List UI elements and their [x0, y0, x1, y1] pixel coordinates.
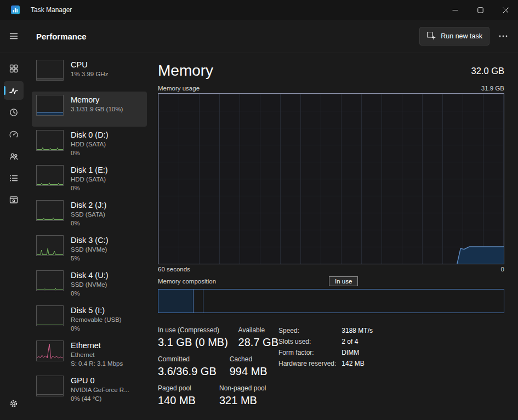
- detail-label: Hardware reserved:: [278, 360, 340, 367]
- resource-sidebar: CPU 1% 3.99 GHz Memory 3.1/31.9 GB (10%): [27, 53, 147, 420]
- disk-3-thumbnail: [36, 235, 64, 256]
- hardware-details: Speed: 3188 MT/s Slots used: 2 of 4 Form…: [278, 326, 373, 413]
- stat-label: Available: [238, 326, 278, 334]
- x-axis-right-label: 0: [501, 266, 504, 273]
- disk-0-mini-graph: [37, 147, 63, 150]
- sidebar-item-title: Disk 0 (D:): [71, 130, 108, 140]
- sidebar-item-memory[interactable]: Memory 3.1/31.9 GB (10%): [32, 92, 147, 127]
- sidebar-item-title: Ethernet: [71, 340, 123, 350]
- sidebar-item-gpu-0[interactable]: GPU 0 NVIDIA GeForce R... 0% (44 °C): [32, 372, 147, 407]
- sidebar-item-sub: SSD (NVMe): [71, 245, 108, 254]
- detail-row-form-factor: Form factor: DIMM: [278, 349, 373, 356]
- detail-row-speed: Speed: 3188 MT/s: [278, 327, 373, 334]
- sidebar-item-title: Disk 5 (I:): [71, 305, 122, 315]
- disk-0-thumbnail: [36, 130, 64, 151]
- memory-detail-panel: Memory 32.0 GB Memory usage 31.9 GB 60 s…: [147, 53, 518, 420]
- sidebar-item-sub: HDD (SATA): [71, 175, 108, 184]
- task-manager-window: Task Manager Performance: [0, 0, 518, 420]
- sidebar-item-disk-0[interactable]: Disk 0 (D:) HDD (SATA) 0%: [32, 127, 147, 162]
- more-options-button[interactable]: [494, 28, 513, 44]
- usage-max-label: 31.9 GB: [481, 85, 504, 92]
- sidebar-item-disk-3[interactable]: Disk 3 (C:) SSD (NVMe) 5%: [32, 232, 147, 267]
- rail-item-users[interactable]: [4, 147, 24, 166]
- stat-value: 994 MB: [230, 365, 267, 378]
- rail-item-processes[interactable]: [4, 59, 24, 78]
- sidebar-item-sub: 3.1/31.9 GB (10%): [71, 105, 123, 113]
- sidebar-item-sub2: S: 0.4 R: 3.1 Mbps: [71, 359, 123, 368]
- services-icon: [9, 195, 19, 205]
- stat-label: Non-paged pool: [219, 384, 266, 392]
- selected-indicator: [4, 86, 5, 95]
- sidebar-item-title: GPU 0: [71, 376, 129, 385]
- stat-label: In use (Compressed): [158, 326, 225, 334]
- detail-label: Slots used:: [278, 338, 340, 345]
- composition-modified-segment[interactable]: [193, 290, 203, 313]
- sidebar-item-sub2: 0%: [71, 324, 122, 333]
- sidebar-item-title: Memory: [71, 95, 123, 105]
- usage-label: Memory usage: [158, 85, 200, 92]
- settings-gear-icon: [9, 399, 19, 408]
- sidebar-item-sub2: 0%: [71, 219, 106, 228]
- ethernet-thumbnail: [36, 340, 64, 361]
- navigation-menu-button[interactable]: [4, 27, 24, 46]
- detail-label: Form factor:: [278, 349, 340, 356]
- header: Performance Run new task: [0, 20, 518, 53]
- rail-item-startup-apps[interactable]: [4, 125, 24, 144]
- minimize-button[interactable]: [442, 0, 468, 20]
- navigation-rail: [0, 53, 27, 420]
- total-memory-value: 32.0 GB: [471, 66, 504, 76]
- ethernet-mini-graph: [37, 344, 63, 359]
- processes-icon: [9, 64, 19, 73]
- sidebar-item-disk-1[interactable]: Disk 1 (E:) HDD (SATA) 0%: [32, 162, 147, 197]
- gpu-0-thumbnail: [36, 376, 64, 396]
- disk-4-thumbnail: [36, 270, 64, 291]
- sidebar-item-sub: HDD (SATA): [71, 140, 108, 149]
- sidebar-item-disk-4[interactable]: Disk 4 (U:) SSD (NVMe) 0%: [32, 267, 147, 302]
- stat-value: 3.6/36.9 GB: [158, 365, 217, 378]
- sidebar-item-sub2: 5%: [71, 254, 108, 263]
- disk-1-thumbnail: [36, 165, 64, 186]
- run-new-task-button[interactable]: Run new task: [419, 27, 489, 46]
- sidebar-item-sub2: 0%: [71, 184, 108, 192]
- sidebar-item-sub: Ethernet: [71, 350, 123, 359]
- titlebar: Task Manager: [0, 0, 518, 20]
- performance-icon: [9, 86, 19, 95]
- disk-3-mini-graph: [37, 248, 63, 255]
- detail-value: DIMM: [341, 349, 359, 356]
- sidebar-item-sub: SSD (SATA): [71, 210, 106, 219]
- rail-item-services[interactable]: [4, 191, 24, 209]
- memory-thumbnail: [36, 95, 64, 116]
- sidebar-item-cpu[interactable]: CPU 1% 3.99 GHz: [32, 56, 147, 92]
- disk-5-thumbnail: [36, 305, 64, 326]
- users-icon: [9, 151, 19, 161]
- stat-label: Cached: [230, 355, 267, 363]
- memory-composition-bar[interactable]: [158, 289, 504, 313]
- detail-value: 142 MB: [341, 360, 364, 367]
- sidebar-item-title: CPU: [71, 60, 108, 70]
- rail-item-details[interactable]: [4, 169, 24, 188]
- ellipsis-icon: [499, 35, 508, 37]
- sidebar-item-disk-5[interactable]: Disk 5 (I:) Removable (USB) 0%: [32, 302, 147, 337]
- sidebar-item-title: Disk 4 (U:): [71, 270, 108, 280]
- disk-4-mini-graph: [37, 288, 63, 290]
- sidebar-item-disk-2[interactable]: Disk 2 (J:) SSD (SATA) 0%: [32, 197, 147, 232]
- sidebar-item-sub: 1% 3.99 GHz: [71, 70, 108, 78]
- close-button[interactable]: [493, 0, 518, 20]
- sidebar-item-sub: NVIDIA GeForce R...: [71, 385, 129, 394]
- rail-item-settings[interactable]: [4, 394, 24, 413]
- maximize-button[interactable]: [468, 0, 493, 20]
- rail-item-performance[interactable]: [4, 81, 24, 100]
- disk-2-mini-graph: [37, 218, 63, 220]
- stat-label: Committed: [158, 355, 217, 363]
- sidebar-item-ethernet[interactable]: Ethernet Ethernet S: 0.4 R: 3.1 Mbps: [32, 337, 147, 372]
- rail-item-app-history[interactable]: [4, 103, 24, 122]
- resource-title: Memory: [158, 62, 213, 80]
- hamburger-icon: [9, 31, 19, 41]
- detail-value: 2 of 4: [341, 338, 358, 345]
- stat-value: 3.1 GB (0 MB): [158, 336, 225, 349]
- memory-stats: In use (Compressed) 3.1 GB (0 MB) Availa…: [158, 326, 278, 413]
- stat-value: 140 MB: [158, 394, 206, 407]
- composition-in-use-segment[interactable]: [158, 290, 193, 313]
- memory-usage-graph: [158, 93, 504, 264]
- stat-label: Paged pool: [158, 384, 206, 392]
